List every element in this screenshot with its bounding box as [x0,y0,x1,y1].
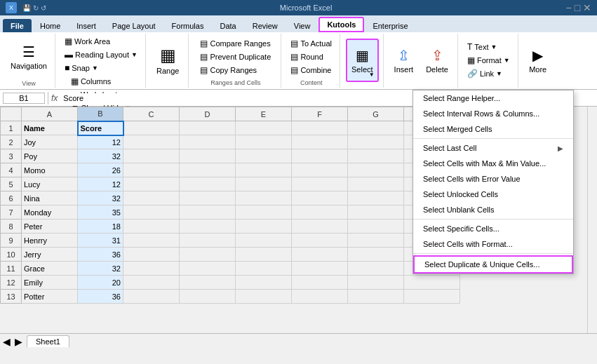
row-header-5[interactable]: 5 [1,177,22,191]
cell-f1[interactable] [292,121,348,135]
cell-a13[interactable]: Potter [22,290,78,304]
cell-b3[interactable]: 32 [78,149,123,163]
col-header-g[interactable]: G [348,107,404,121]
menu-item-select-error[interactable]: Select Cells with Error Value [413,171,573,187]
tab-formulas[interactable]: Formulas [164,19,212,32]
col-header-c[interactable]: C [123,107,180,121]
cell-a6[interactable]: Nina [22,191,78,205]
cell-a7[interactable]: Monday [22,205,78,220]
menu-item-select-max-min[interactable]: Select Cells with Max & Min Value... [413,156,573,171]
sheet-scroll-right[interactable]: ▶ [15,336,22,347]
menu-item-select-range-helper[interactable]: Select Range Helper... [413,90,573,106]
more-button[interactable]: ▶ More [524,39,552,82]
cell-e1[interactable] [236,121,292,135]
table-row: 6 Nina 32 [1,191,460,205]
menu-item-select-interval-rows[interactable]: Select Interval Rows & Columns... [413,106,573,121]
cell-a8[interactable]: Peter [22,220,78,234]
row-header-1[interactable]: 1 [1,121,22,135]
row-header-13[interactable]: 13 [1,290,22,304]
row-header-12[interactable]: 12 [1,276,22,290]
insert-button[interactable]: ⇫ Insert [389,39,419,82]
to-actual-btn[interactable]: ▤ To Actual [287,37,335,50]
cell-a11[interactable]: Grace [22,262,78,276]
menu-item-select-duplicate-unique[interactable]: Select Duplicate & Unique Cells... [413,255,573,274]
cell-d1[interactable] [180,121,236,135]
sheet-tab-1[interactable]: Sheet1 [27,335,69,347]
cell-a5[interactable]: Lucy [22,177,78,191]
menu-item-select-merged-cells[interactable]: Select Merged Cells [413,121,573,137]
text-btn[interactable]: T Text ▼ [464,41,514,53]
tab-data[interactable]: Data [212,19,243,32]
col-header-d[interactable]: D [180,107,236,121]
delete-button[interactable]: ⇪ Delete [421,39,453,82]
sheet-scroll-left[interactable]: ◀ [3,336,11,347]
link-btn[interactable]: 🔗 Link ▼ [464,67,514,80]
copy-ranges-btn[interactable]: ▤ Copy Ranges [196,64,274,76]
row-header-6[interactable]: 6 [1,191,22,205]
cell-a9[interactable]: Henrry [22,234,78,248]
cell-b11[interactable]: 32 [78,262,123,276]
cell-c2[interactable] [123,135,180,149]
cell-g1[interactable] [348,121,404,135]
tab-page-layout[interactable]: Page Layout [105,19,163,32]
select-button[interactable]: ▦ Select ▼ [346,39,379,82]
col-header-f[interactable]: F [292,107,348,121]
col-header-b[interactable]: B [78,107,123,121]
row-header-2[interactable]: 2 [1,135,22,149]
format-btn[interactable]: ▦ Format ▼ [464,54,514,67]
cell-reference[interactable] [3,93,45,104]
row-header-11[interactable]: 11 [1,262,22,276]
cell-b5[interactable]: 12 [78,177,123,191]
tab-insert[interactable]: Insert [69,19,104,32]
range-button[interactable]: ▦ Range [152,39,184,82]
tab-file[interactable]: File [3,19,32,32]
menu-item-select-last-cell[interactable]: Select Last Cell ▶ [413,140,573,156]
cell-a10[interactable]: Jerry [22,248,78,262]
row-header-8[interactable]: 8 [1,220,22,234]
cell-b1[interactable]: Score [78,121,123,135]
cell-c1[interactable] [123,121,180,135]
columns-btn[interactable]: ▦ Columns [67,75,135,88]
tab-view[interactable]: View [286,19,318,32]
row-header-10[interactable]: 10 [1,248,22,262]
navigation-button[interactable]: ☰ Navigation [6,35,52,79]
col-header-a[interactable]: A [22,107,78,121]
cell-a12[interactable]: Emily [22,276,78,290]
cell-a4[interactable]: Momo [22,163,78,177]
more-label: More [529,65,546,74]
menu-item-select-specific[interactable]: Select Specific Cells... [413,221,573,236]
prevent-duplicate-btn[interactable]: ▤ Prevent Duplicate [196,50,274,63]
col-header-e[interactable]: E [236,107,292,121]
cell-b10[interactable]: 36 [78,248,123,262]
tab-review[interactable]: Review [245,19,286,32]
cell-b8[interactable]: 18 [78,220,123,234]
tab-enterprise[interactable]: Enterprise [365,19,415,32]
workarea-btn[interactable]: ▦ Work Area [61,35,141,48]
reading-layout-btn[interactable]: ▬ Reading Layout ▼ [61,48,141,61]
row-header-7[interactable]: 7 [1,205,22,220]
combine-btn[interactable]: ▤ Combine [287,64,335,76]
round-btn[interactable]: ▤ Round [287,50,335,63]
vertical-scrollbar[interactable] [587,107,597,333]
cell-b2[interactable]: 12 [78,135,123,149]
cell-b13[interactable]: 36 [78,290,123,304]
tab-home[interactable]: Home [32,19,68,32]
cell-b6[interactable]: 32 [78,191,123,205]
row-header-3[interactable]: 3 [1,149,22,163]
cell-b4[interactable]: 26 [78,163,123,177]
row-header-9[interactable]: 9 [1,234,22,248]
menu-item-select-unblank[interactable]: Select Unblank Cells [413,202,573,217]
menu-item-select-unlocked[interactable]: Select Unlocked Cells [413,187,573,202]
cell-a2[interactable]: Joy [22,135,78,149]
more-icon: ▶ [532,47,543,64]
cell-a3[interactable]: Poy [22,149,78,163]
row-header-4[interactable]: 4 [1,163,22,177]
menu-item-select-format[interactable]: Select Cells with Format... [413,236,573,252]
compare-ranges-btn[interactable]: ▤ Compare Ranges [196,37,274,50]
cell-b9[interactable]: 31 [78,234,123,248]
tab-kutools[interactable]: Kutools [318,17,364,32]
snap-btn[interactable]: ■ Snap ▼ [61,62,141,74]
cell-b7[interactable]: 35 [78,205,123,220]
cell-a1[interactable]: Name [22,121,78,135]
cell-b12[interactable]: 20 [78,276,123,290]
